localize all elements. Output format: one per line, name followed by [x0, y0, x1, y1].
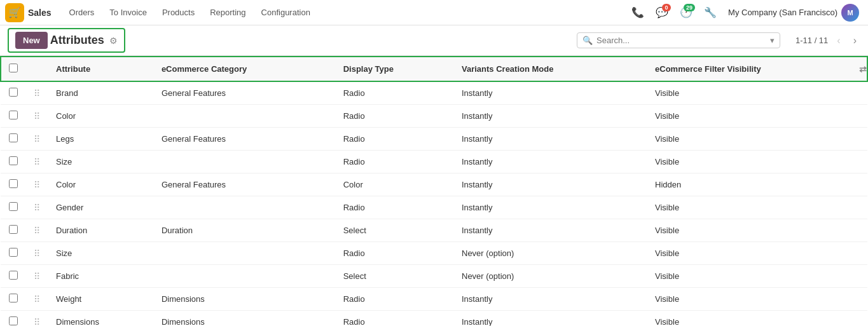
row-checkbox-2[interactable]	[9, 133, 18, 142]
row-checkbox-4[interactable]	[9, 179, 18, 188]
row-attribute[interactable]: Color	[48, 173, 154, 196]
top-navigation: 🛒 Sales Orders To Invoice Products Repor…	[0, 0, 868, 25]
pagination: 1-11 / 11 ‹ ›	[796, 34, 860, 48]
header-attribute: Attribute	[48, 57, 154, 81]
row-filter-visibility: Visible	[647, 265, 867, 288]
row-display-type: Radio	[336, 196, 454, 219]
header-ecategory: eCommerce Category	[154, 57, 336, 81]
row-filter-visibility: Visible	[647, 128, 867, 151]
phone-icon-btn[interactable]: 📞	[628, 3, 648, 23]
row-checkbox-cell	[1, 105, 25, 128]
table-row: ⠿ Size Radio Instantly Visible	[1, 151, 867, 173]
row-filter-visibility: Hidden	[647, 173, 867, 196]
row-checkbox-3[interactable]	[9, 156, 18, 165]
select-all-checkbox[interactable]	[9, 64, 18, 72]
row-attribute[interactable]: Size	[48, 242, 154, 265]
chat-badge: 0	[662, 4, 671, 11]
row-attribute[interactable]: Brand	[48, 81, 154, 105]
row-category: Dimensions	[154, 311, 336, 327]
row-attribute[interactable]: Legs	[48, 128, 154, 151]
row-display-type: Select	[336, 265, 454, 288]
row-drag-handle[interactable]: ⠿	[25, 242, 48, 265]
row-display-type: Radio	[336, 105, 454, 128]
next-page-button[interactable]: ›	[850, 34, 860, 48]
row-category: General Features	[154, 173, 336, 196]
row-drag-handle[interactable]: ⠿	[25, 196, 48, 219]
chat-icon-btn[interactable]: 💬 0	[652, 3, 672, 23]
row-filter-visibility: Visible	[647, 219, 867, 242]
row-display-type: Radio	[336, 128, 454, 151]
wrench-icon-btn[interactable]: 🔧	[700, 3, 720, 23]
company-name: My Company (San Francisco)	[728, 8, 837, 17]
activity-icon-btn[interactable]: 🕐 29	[676, 3, 696, 23]
new-button[interactable]: New	[15, 32, 48, 49]
row-drag-handle[interactable]: ⠿	[25, 105, 48, 128]
row-variants-mode: Instantly	[454, 311, 647, 327]
row-drag-handle[interactable]: ⠿	[25, 81, 48, 105]
row-checkbox-cell	[1, 265, 25, 288]
table-row: ⠿ Color General Features Color Instantly…	[1, 173, 867, 196]
row-checkbox-7[interactable]	[9, 248, 18, 257]
search-icon: 🔍	[582, 36, 593, 45]
attributes-table-wrap: Attribute eCommerce Category Display Typ…	[0, 56, 868, 326]
settings-gear-icon[interactable]: ⚙	[109, 36, 118, 46]
nav-item-to-invoice[interactable]: To Invoice	[102, 0, 155, 25]
nav-item-configuration[interactable]: Configuration	[254, 0, 318, 25]
row-variants-mode: Never (option)	[454, 242, 647, 265]
prev-page-button[interactable]: ‹	[833, 34, 844, 48]
row-checkbox-6[interactable]	[9, 225, 18, 234]
header-variants-mode: Variants Creation Mode	[454, 57, 647, 81]
nav-item-orders[interactable]: Orders	[62, 0, 102, 25]
row-checkbox-cell	[1, 242, 25, 265]
row-checkbox-5[interactable]	[9, 202, 18, 211]
column-adjust-icon[interactable]: ⇄	[859, 64, 867, 74]
search-bar: 🔍 ▾	[577, 32, 780, 48]
row-variants-mode: Instantly	[454, 219, 647, 242]
row-category	[154, 265, 336, 288]
row-category	[154, 151, 336, 173]
row-drag-handle[interactable]: ⠿	[25, 151, 48, 173]
row-checkbox-0[interactable]	[9, 88, 18, 97]
row-checkbox-9[interactable]	[9, 294, 18, 302]
row-drag-handle[interactable]: ⠿	[25, 219, 48, 242]
row-attribute[interactable]: Weight	[48, 288, 154, 311]
table-body: ⠿ Brand General Features Radio Instantly…	[1, 81, 867, 326]
row-variants-mode: Instantly	[454, 81, 647, 105]
row-display-type: Select	[336, 219, 454, 242]
row-attribute[interactable]: Size	[48, 151, 154, 173]
row-checkbox-8[interactable]	[9, 271, 18, 280]
row-checkbox-cell	[1, 173, 25, 196]
search-input[interactable]	[596, 36, 768, 45]
nav-item-products[interactable]: Products	[155, 0, 202, 25]
row-drag-handle[interactable]: ⠿	[25, 265, 48, 288]
pagination-label: 1-11 / 11	[796, 36, 828, 45]
row-drag-handle[interactable]: ⠿	[25, 288, 48, 311]
row-attribute[interactable]: Color	[48, 105, 154, 128]
row-variants-mode: Instantly	[454, 173, 647, 196]
action-bar: New Attributes ⚙ 🔍 ▾ 1-11 / 11 ‹ ›	[0, 25, 868, 56]
row-variants-mode: Instantly	[454, 288, 647, 311]
nav-item-reporting[interactable]: Reporting	[202, 0, 253, 25]
app-logo: 🛒	[5, 3, 24, 22]
table-header-row: Attribute eCommerce Category Display Typ…	[1, 57, 867, 81]
activity-badge: 29	[684, 4, 695, 11]
row-drag-handle[interactable]: ⠿	[25, 311, 48, 327]
app-name[interactable]: Sales	[28, 8, 52, 18]
row-attribute[interactable]: Duration	[48, 219, 154, 242]
row-attribute[interactable]: Dimensions	[48, 311, 154, 327]
header-drag-col	[25, 57, 48, 81]
search-dropdown-icon[interactable]: ▾	[770, 36, 775, 45]
topnav-right: 📞 💬 0 🕐 29 🔧 My Company (San Francisco) …	[628, 3, 863, 23]
row-drag-handle[interactable]: ⠿	[25, 173, 48, 196]
row-attribute[interactable]: Gender	[48, 196, 154, 219]
table-row: ⠿ Weight Dimensions Radio Instantly Visi…	[1, 288, 867, 311]
row-checkbox-10[interactable]	[9, 316, 18, 325]
row-attribute[interactable]: Fabric	[48, 265, 154, 288]
header-filter-visibility: eCommerce Filter Visibility ⇄	[647, 57, 867, 81]
company-selector[interactable]: My Company (San Francisco) M	[724, 4, 863, 22]
row-checkbox-1[interactable]	[9, 111, 18, 119]
row-drag-handle[interactable]: ⠿	[25, 128, 48, 151]
row-checkbox-cell	[1, 151, 25, 173]
row-checkbox-cell	[1, 219, 25, 242]
row-checkbox-cell	[1, 311, 25, 327]
